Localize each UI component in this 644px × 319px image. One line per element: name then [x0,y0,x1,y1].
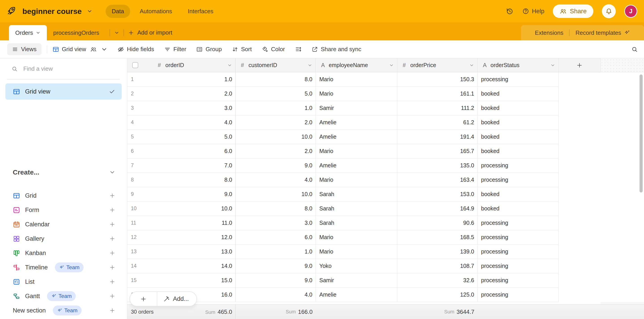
row-number[interactable]: 11 [127,216,152,230]
column-header-customerID[interactable]: # customerID [236,58,316,72]
nav-tab-interfaces[interactable]: Interfaces [182,5,220,18]
row-number[interactable]: 1 [127,72,152,87]
add-with-ai-button[interactable]: Add... [157,295,196,302]
cell-orderStatus[interactable]: processing [478,230,559,244]
cell-orderStatus[interactable]: booked [478,201,559,216]
cell-customerID[interactable]: 4.0 [236,287,316,302]
cell-orderID[interactable]: 2.0 [152,87,236,101]
avatar[interactable]: J [624,5,637,18]
cell-customerID[interactable]: 2.0 [236,144,316,158]
plus-icon[interactable] [109,207,116,213]
cell-orderID[interactable]: 7.0 [152,158,236,173]
cell-orderStatus[interactable]: processing [478,244,559,259]
history-icon[interactable] [506,7,514,15]
cell-customerID[interactable]: 3.0 [236,216,316,230]
notifications-button[interactable] [602,4,616,18]
cell-orderStatus[interactable]: processing [478,173,559,187]
rocket-logo-icon[interactable] [7,6,17,16]
cell-orderStatus[interactable]: processing [478,72,559,87]
column-header-orderID[interactable]: # orderID [152,58,236,72]
summary-orderStatus[interactable] [478,305,559,319]
row-height-button[interactable] [295,46,302,53]
find-view-input[interactable] [23,65,118,73]
nav-tab-automations[interactable]: Automations [133,5,178,18]
row-number[interactable]: 3 [127,101,152,115]
create-item-grid[interactable]: Grid [0,188,127,203]
cell-orderID[interactable]: 14.0 [152,259,236,273]
cell-orderPrice[interactable]: 108.7 [397,259,478,273]
grid-view-selector[interactable]: Grid view [52,46,108,53]
cell-orderPrice[interactable]: 150.3 [397,72,478,87]
find-view-search[interactable] [11,65,118,73]
cell-orderPrice[interactable]: 163.4 [397,173,478,187]
cell-orderID[interactable]: 13.0 [152,244,236,259]
row-number[interactable]: 2 [127,87,152,101]
sum-orderID[interactable]: Sum465.0 [205,308,232,315]
cell-orderPrice[interactable]: 111.2 [397,101,478,115]
cell-orderStatus[interactable]: processing [478,216,559,230]
cell-customerID[interactable]: 9.0 [236,158,316,173]
share-button[interactable]: Share [553,5,593,18]
sort-button[interactable]: Sort [232,46,252,53]
cell-customerID[interactable]: 10.0 [236,187,316,201]
cell-orderStatus[interactable]: booked [478,87,559,101]
row-number[interactable]: 15 [127,273,152,287]
base-title[interactable]: beginner course [22,7,82,16]
row-number[interactable]: 13 [127,244,152,259]
cell-orderStatus[interactable]: booked [478,187,559,201]
create-item-form[interactable]: Form [0,203,127,217]
cell-orderStatus[interactable]: booked [478,115,559,130]
filter-button[interactable]: Filter [164,46,186,53]
row-number[interactable]: 10 [127,201,152,216]
cell-orderID[interactable]: 9.0 [152,187,236,201]
extensions-button[interactable]: Extensions [529,29,569,36]
cell-employeeName[interactable]: Amelie [316,115,397,130]
cell-orderID[interactable]: 6.0 [152,144,236,158]
cell-orderPrice[interactable]: 153.0 [397,187,478,201]
row-number[interactable]: 9 [127,187,152,201]
cell-employeeName[interactable]: Samir [316,273,397,287]
cell-orderID[interactable]: 3.0 [152,101,236,115]
chevron-down-icon[interactable] [87,8,92,14]
views-button[interactable]: Views [7,43,42,55]
cell-customerID[interactable]: 6.0 [236,230,316,244]
cell-employeeName[interactable]: Yoko [316,259,397,273]
add-field-button[interactable] [559,58,600,72]
row-number[interactable]: 6 [127,144,152,158]
cell-employeeName[interactable]: Mario [316,173,397,187]
tables-chevron-down-icon[interactable] [114,30,120,36]
hide-fields-button[interactable]: Hide fields [118,46,154,53]
plus-icon[interactable] [109,293,116,299]
group-button[interactable]: Group [196,46,222,53]
plus-icon[interactable] [109,307,116,313]
cell-employeeName[interactable]: Sarah [316,187,397,201]
cell-orderID[interactable]: 8.0 [152,173,236,187]
cell-orderPrice[interactable]: 164.9 [397,201,478,216]
cell-customerID[interactable]: 2.0 [236,115,316,130]
cell-orderID[interactable]: 11.0 [152,216,236,230]
cell-employeeName[interactable]: Amelie [316,158,397,173]
cell-orderStatus[interactable]: processing [478,259,559,273]
cell-employeeName[interactable]: Sarah [316,216,397,230]
summary-orderPrice[interactable]: Sum3644.7 [397,305,478,319]
record-templates-button[interactable]: Record templates [570,29,636,36]
cell-customerID[interactable]: 8.0 [236,201,316,216]
cell-orderStatus[interactable]: booked [478,144,559,158]
row-number[interactable]: 14 [127,259,152,273]
sidebar-view-grid-view[interactable]: Grid view [6,84,122,100]
plus-icon[interactable] [109,279,116,285]
create-item-timeline[interactable]: TimelineTeam [0,260,127,274]
cell-orderID[interactable]: 5.0 [152,130,236,144]
create-item-gallery[interactable]: Gallery [0,231,127,246]
cell-orderPrice[interactable]: 61.2 [397,115,478,130]
cell-orderPrice[interactable]: 125.0 [397,287,478,302]
row-number[interactable]: 12 [127,230,152,244]
plus-icon[interactable] [109,235,116,242]
row-number[interactable]: 4 [127,115,152,130]
cell-orderID[interactable]: 1.0 [152,72,236,87]
plus-icon[interactable] [109,264,116,270]
create-item-new-section[interactable]: New sectionTeam [0,303,127,318]
cell-employeeName[interactable]: Mario [316,230,397,244]
cell-employeeName[interactable]: Mario [316,144,397,158]
tab-processing-orders[interactable]: processingOrders [47,25,105,40]
